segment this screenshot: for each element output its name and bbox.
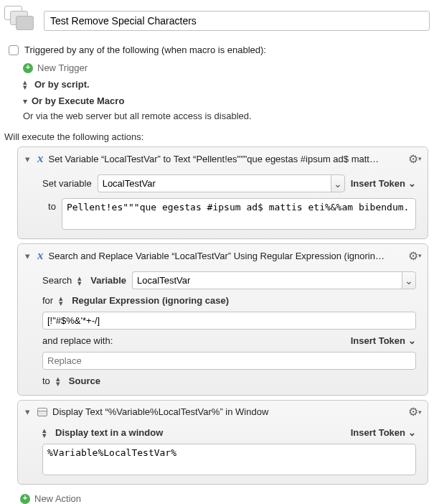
variable-name-dropdown[interactable]: ⌄ [331, 174, 345, 192]
display-text-input[interactable] [42, 444, 416, 475]
to-label: to [42, 375, 50, 386]
window-icon [37, 408, 47, 416]
trigger-execute-label: Or by Execute Macro [32, 95, 124, 106]
collapse-toggle-icon[interactable] [25, 251, 32, 261]
trigger-script-option[interactable]: Or by script. [23, 76, 427, 93]
to-dest-selector[interactable]: Source [69, 375, 100, 386]
macro-title-input[interactable] [44, 11, 430, 31]
gear-icon: ⚙ [408, 405, 418, 419]
variable-icon: x [37, 248, 44, 263]
chevron-down-icon [23, 96, 27, 106]
action-display-text[interactable]: Display Text “%Variable%LocalTestVar%” i… [17, 400, 428, 485]
trigger-enable-checkbox[interactable] [9, 45, 19, 55]
trigger-checkbox-label: Triggered by any of the following (when … [24, 45, 266, 55]
action-search-replace[interactable]: x Search and Replace Variable “LocalTest… [17, 243, 428, 396]
variable-icon: x [37, 151, 44, 166]
insert-token-button[interactable]: Insert Token⌄ [351, 178, 416, 189]
trigger-web-disabled-label: Or via the web server but all remote acc… [23, 111, 252, 121]
search-label: Search [42, 275, 72, 286]
action-gear-menu[interactable]: ⚙▾ [408, 152, 422, 166]
updown-icon[interactable] [42, 428, 49, 438]
new-trigger-label: New Trigger [37, 62, 88, 73]
gear-icon: ⚙ [408, 249, 418, 263]
trigger-execute-option[interactable]: Or by Execute Macro [23, 93, 427, 109]
variable-name-input[interactable] [98, 174, 331, 192]
search-variable-input[interactable] [132, 271, 402, 289]
updown-icon[interactable] [59, 296, 66, 306]
action-title: Set Variable “LocalTestVar” to Text “Pel… [49, 154, 404, 164]
regex-mode-selector[interactable]: Regular Expression (ignoring case) [72, 295, 229, 306]
insert-token-button[interactable]: Insert Token⌄ [351, 427, 416, 438]
trigger-script-label: Or by script. [34, 79, 90, 90]
display-mode-selector[interactable]: Display text in a window [55, 427, 163, 438]
plus-icon: + [20, 494, 30, 504]
execute-label: Will execute the following actions: [4, 127, 430, 146]
replace-input[interactable] [42, 352, 416, 370]
collapse-toggle-icon[interactable] [25, 154, 32, 164]
action-set-variable[interactable]: x Set Variable “LocalTestVar” to Text “P… [17, 146, 428, 239]
search-variable-dropdown[interactable]: ⌄ [402, 271, 416, 289]
search-variable-selector[interactable]: Variable [90, 275, 126, 286]
new-trigger-button[interactable]: + New Trigger [23, 60, 427, 76]
new-action-button[interactable]: + New Action [4, 485, 430, 504]
insert-token-button[interactable]: Insert Token⌄ [351, 335, 416, 346]
to-label: to [42, 198, 56, 212]
plus-icon: + [23, 63, 33, 73]
action-title: Search and Replace Variable “LocalTestVa… [49, 251, 404, 261]
to-text-input[interactable] [62, 198, 416, 230]
updown-icon[interactable] [56, 376, 63, 386]
action-gear-menu[interactable]: ⚙▾ [408, 249, 422, 263]
collapse-toggle-icon[interactable] [25, 406, 32, 417]
regex-pattern-input[interactable] [42, 312, 416, 330]
new-action-label: New Action [34, 493, 81, 504]
app-icon [4, 6, 38, 36]
gear-icon: ⚙ [408, 152, 418, 166]
updown-icon [23, 80, 30, 90]
set-variable-label: Set variable [42, 178, 92, 189]
action-title: Display Text “%Variable%LocalTestVar%” i… [52, 406, 403, 417]
for-label: for [42, 295, 53, 306]
action-gear-menu[interactable]: ⚙▾ [408, 405, 422, 419]
updown-icon[interactable] [77, 276, 85, 286]
replace-with-label: and replace with: [42, 335, 113, 346]
